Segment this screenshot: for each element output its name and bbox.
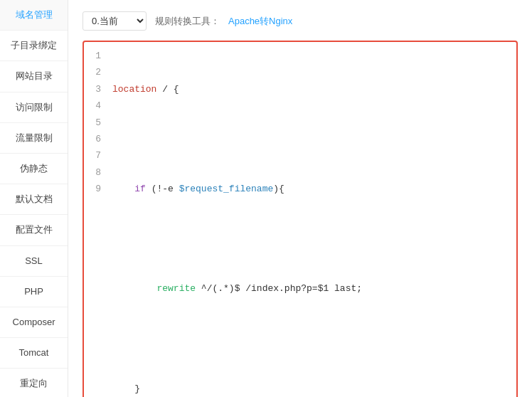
version-select[interactable]: 0.当前 <box>83 11 147 31</box>
code-line-6 <box>112 331 511 347</box>
sidebar-item-config-file[interactable]: 配置文件 <box>0 215 68 245</box>
code-line-3: if (!-e $request_filename){ <box>112 181 511 197</box>
sidebar: 域名管理 子目录绑定 网站目录 访问限制 流量限制 伪静态 默认文档 配置文件 … <box>0 0 68 397</box>
sidebar-item-domain-mgmt[interactable]: 域名管理 <box>0 0 68 31</box>
sidebar-item-composer[interactable]: Composer <box>0 307 68 338</box>
sidebar-item-ssl[interactable]: SSL <box>0 246 68 277</box>
code-line-7: } <box>112 381 511 397</box>
sidebar-item-subdir-bind[interactable]: 子目录绑定 <box>0 31 68 61</box>
line-num-3: 3 <box>90 81 101 97</box>
code-content: location / { if (!-e $request_filename){… <box>107 48 516 397</box>
code-line-4 <box>112 231 511 247</box>
line-num-6: 6 <box>90 131 101 147</box>
rule-tool-link[interactable]: Apache转Nginx <box>228 15 292 28</box>
sidebar-item-website-dir[interactable]: 网站目录 <box>0 61 68 92</box>
code-line-1: location / { <box>112 81 511 97</box>
code-editor-wrapper: 1 2 3 4 5 6 7 8 9 location / { if (!-e $… <box>83 41 518 397</box>
code-area[interactable]: 1 2 3 4 5 6 7 8 9 location / { if (!-e $… <box>84 42 516 397</box>
line-num-7: 7 <box>90 147 101 164</box>
sidebar-item-pseudo-static[interactable]: 伪静态 <box>0 154 68 184</box>
sidebar-item-access-limit[interactable]: 访问限制 <box>0 92 68 123</box>
line-num-4: 4 <box>90 97 101 114</box>
main-content: 0.当前 规则转换工具： Apache转Nginx 1 2 3 4 5 6 7 … <box>68 0 532 397</box>
sidebar-item-default-doc[interactable]: 默认文档 <box>0 184 68 215</box>
toolbar-row: 0.当前 规则转换工具： Apache转Nginx <box>83 11 518 31</box>
sidebar-item-php[interactable]: PHP <box>0 277 68 307</box>
line-num-5: 5 <box>90 115 101 131</box>
line-num-2: 2 <box>90 64 101 80</box>
code-line-5: rewrite ^/(.*)$ /index.php?p=$1 last; <box>112 280 511 297</box>
line-numbers: 1 2 3 4 5 6 7 8 9 <box>84 48 107 397</box>
rule-tool-label: 规则转换工具： <box>155 15 220 28</box>
code-line-2 <box>112 131 511 147</box>
sidebar-item-redirect[interactable]: 重定向 <box>0 369 68 397</box>
line-num-9: 9 <box>90 181 101 197</box>
sidebar-item-traffic-limit[interactable]: 流量限制 <box>0 123 68 154</box>
line-num-1: 1 <box>90 48 101 64</box>
line-num-8: 8 <box>90 164 101 181</box>
sidebar-item-tomcat[interactable]: Tomcat <box>0 338 68 369</box>
